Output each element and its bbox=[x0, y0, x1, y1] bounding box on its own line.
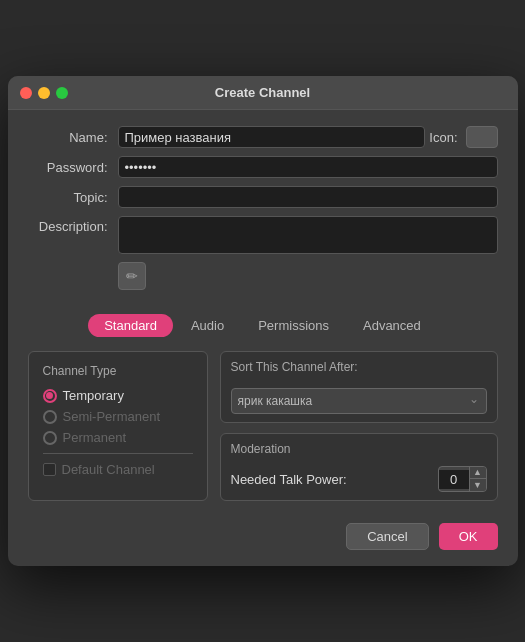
radio-permanent-circle bbox=[43, 431, 57, 445]
tab-advanced[interactable]: Advanced bbox=[347, 314, 437, 337]
password-row: Password: bbox=[28, 156, 498, 178]
stepper-up-button[interactable]: ▲ bbox=[470, 467, 486, 479]
titlebar: Create Channel bbox=[8, 76, 518, 110]
icon-label: Icon: bbox=[429, 130, 461, 145]
name-label: Name: bbox=[28, 130, 118, 145]
talk-power-stepper: 0 ▲ ▼ bbox=[438, 466, 487, 492]
sort-title: Sort This Channel After: bbox=[231, 360, 487, 374]
maximize-button[interactable] bbox=[56, 87, 68, 99]
moderation-title: Moderation bbox=[231, 442, 487, 456]
description-label: Description: bbox=[28, 216, 118, 234]
password-input[interactable] bbox=[118, 156, 498, 178]
edit-description-button[interactable]: ✏ bbox=[118, 262, 146, 290]
topic-input[interactable] bbox=[118, 186, 498, 208]
radio-semi-permanent-label: Semi-Permanent bbox=[63, 409, 161, 424]
tab-audio[interactable]: Audio bbox=[175, 314, 240, 337]
radio-semi-permanent-circle bbox=[43, 410, 57, 424]
cancel-button[interactable]: Cancel bbox=[346, 523, 428, 550]
two-column-layout: Channel Type Temporary Semi-Permanent Pe… bbox=[28, 351, 498, 501]
form-area: Name: Icon: Password: Topic: Description… bbox=[8, 110, 518, 306]
create-channel-dialog: Create Channel Name: Icon: Password: Top… bbox=[8, 76, 518, 566]
edit-icon: ✏ bbox=[126, 268, 138, 284]
radio-temporary[interactable]: Temporary bbox=[43, 388, 193, 403]
footer: Cancel OK bbox=[8, 513, 518, 566]
channel-type-box: Channel Type Temporary Semi-Permanent Pe… bbox=[28, 351, 208, 501]
right-column: Sort This Channel After: ярик какашка Mo… bbox=[220, 351, 498, 501]
topic-label: Topic: bbox=[28, 190, 118, 205]
description-right: ✏ bbox=[118, 216, 498, 290]
dialog-title: Create Channel bbox=[215, 85, 310, 100]
close-button[interactable] bbox=[20, 87, 32, 99]
radio-permanent-label: Permanent bbox=[63, 430, 127, 445]
tab-permissions[interactable]: Permissions bbox=[242, 314, 345, 337]
sort-select[interactable]: ярик какашка bbox=[231, 388, 487, 414]
tabs-container: Standard Audio Permissions Advanced bbox=[8, 306, 518, 337]
divider bbox=[43, 453, 193, 454]
traffic-lights bbox=[20, 87, 68, 99]
default-channel-label: Default Channel bbox=[62, 462, 155, 477]
sort-box: Sort This Channel After: ярик какашка bbox=[220, 351, 498, 423]
radio-temporary-label: Temporary bbox=[63, 388, 124, 403]
content-area: Channel Type Temporary Semi-Permanent Pe… bbox=[8, 341, 518, 513]
radio-temporary-circle bbox=[43, 389, 57, 403]
talk-power-value: 0 bbox=[439, 470, 469, 489]
talk-power-label: Needed Talk Power: bbox=[231, 472, 347, 487]
moderation-box: Moderation Needed Talk Power: 0 ▲ ▼ bbox=[220, 433, 498, 501]
name-icon-row: Icon: bbox=[118, 126, 498, 148]
radio-semi-permanent[interactable]: Semi-Permanent bbox=[43, 409, 193, 424]
description-row: Description: ✏ bbox=[28, 216, 498, 290]
ok-button[interactable]: OK bbox=[439, 523, 498, 550]
sort-select-wrapper: ярик какашка bbox=[231, 384, 487, 414]
radio-permanent[interactable]: Permanent bbox=[43, 430, 193, 445]
talk-power-row: Needed Talk Power: 0 ▲ ▼ bbox=[231, 466, 487, 492]
default-channel-option[interactable]: Default Channel bbox=[43, 462, 193, 477]
topic-row: Topic: bbox=[28, 186, 498, 208]
description-input[interactable] bbox=[118, 216, 498, 254]
stepper-buttons: ▲ ▼ bbox=[469, 467, 486, 491]
default-channel-checkbox[interactable] bbox=[43, 463, 56, 476]
name-row: Name: Icon: bbox=[28, 126, 498, 148]
tab-standard[interactable]: Standard bbox=[88, 314, 173, 337]
channel-type-title: Channel Type bbox=[43, 364, 193, 378]
password-label: Password: bbox=[28, 160, 118, 175]
name-input[interactable] bbox=[118, 126, 426, 148]
icon-box[interactable] bbox=[466, 126, 498, 148]
minimize-button[interactable] bbox=[38, 87, 50, 99]
stepper-down-button[interactable]: ▼ bbox=[470, 479, 486, 491]
